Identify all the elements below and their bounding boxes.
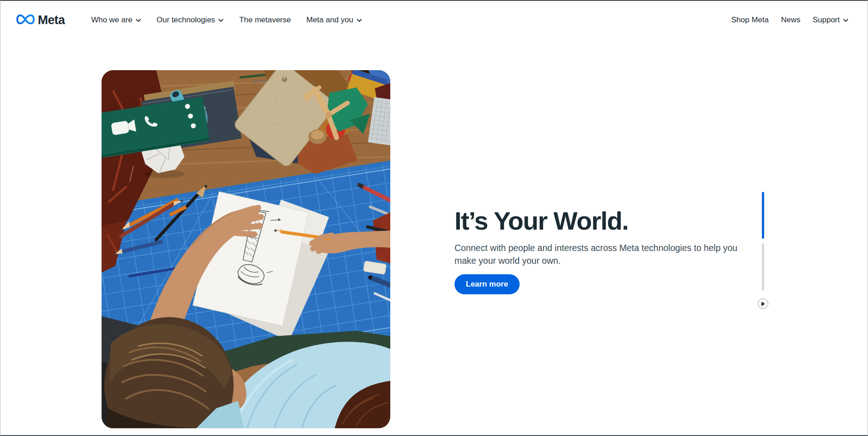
nav-the-metaverse[interactable]: The metaverse: [239, 15, 291, 25]
nav-our-technologies[interactable]: Our technologies: [157, 15, 224, 25]
nav-who-we-are[interactable]: Who we are: [91, 15, 141, 25]
learn-more-button[interactable]: Learn more: [454, 274, 520, 294]
meta-logo[interactable]: Meta: [16, 13, 65, 27]
primary-nav: Who we are Our technologies The metavers…: [91, 15, 362, 25]
carousel-controls: [760, 192, 766, 309]
carousel-segment-active[interactable]: [762, 192, 764, 239]
carousel-segment-inactive[interactable]: [762, 243, 764, 291]
play-icon: [761, 302, 765, 306]
page: Meta Who we are Our technologies The met…: [0, 0, 868, 436]
nav-news[interactable]: News: [781, 15, 801, 25]
secondary-nav: Shop Meta News Support: [731, 15, 848, 25]
chevron-down-icon: [357, 19, 362, 22]
nav-support[interactable]: Support: [812, 15, 848, 25]
chevron-down-icon: [843, 19, 848, 22]
chevron-down-icon: [136, 19, 141, 22]
hero-description: Connect with people and interests across…: [454, 241, 764, 267]
nav-shop-meta[interactable]: Shop Meta: [731, 15, 769, 25]
nav-meta-and-you[interactable]: Meta and you: [306, 15, 362, 25]
play-button[interactable]: [758, 298, 768, 309]
hero-heading: It’s Your World.: [454, 207, 764, 235]
header: Meta Who we are Our technologies The met…: [0, 1, 868, 39]
hero-image: [102, 70, 390, 428]
meta-logo-text: Meta: [38, 13, 65, 27]
meta-infinity-icon: [16, 14, 35, 27]
hero-text-block: It’s Your World. Connect with people and…: [454, 207, 764, 294]
chevron-down-icon: [218, 19, 224, 22]
